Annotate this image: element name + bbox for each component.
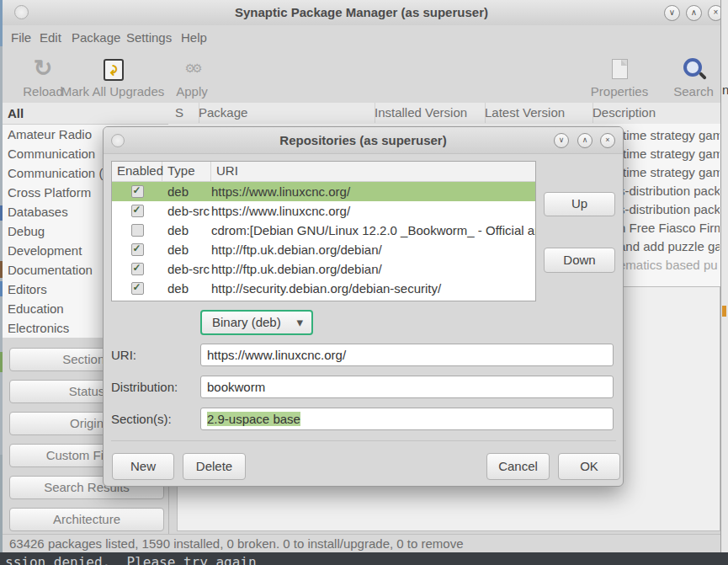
delete-button[interactable]: Delete <box>183 453 246 480</box>
chevron-down-icon: ▾ <box>296 312 303 333</box>
repo-uri: http://security.debian.org/debian-securi… <box>211 281 535 296</box>
down-button[interactable]: Down <box>544 248 615 273</box>
up-button[interactable]: Up <box>544 192 615 216</box>
table-row[interactable]: deb-src http://ftp.uk.debian.org/debian/ <box>112 259 535 279</box>
table-row[interactable]: deb http://ftp.uk.debian.org/debian/ <box>112 240 535 259</box>
status-text: 63426 packages listed, 1590 installed, 0… <box>9 536 464 551</box>
properties-label: Properties <box>586 84 653 99</box>
chevron-up-icon: ∧ <box>582 136 588 144</box>
repositories-dialog: Repositories (as superuser) ∨ ∧ × Enable… <box>103 126 624 487</box>
list-item[interactable]: ematics based pu <box>619 256 720 275</box>
menu-help[interactable]: Help <box>181 30 207 45</box>
table-row[interactable]: deb cdrom:[Debian GNU/Linux 12.2.0 _Book… <box>112 221 535 240</box>
column-header-uri[interactable]: URI <box>211 162 535 181</box>
enabled-checkbox[interactable] <box>131 205 144 217</box>
package-table-header: S Package Installed Version Latest Versi… <box>168 103 720 125</box>
window-maximize-button[interactable]: ∧ <box>686 5 702 21</box>
distribution-field[interactable]: bookworm <box>200 376 614 398</box>
properties-document-icon <box>612 59 628 79</box>
repo-type: deb <box>162 281 211 296</box>
repo-uri: cdrom:[Debian GNU/Linux 12.2.0 _Bookworm… <box>211 223 535 237</box>
menu-package[interactable]: Package <box>72 30 120 45</box>
section-item-all[interactable]: All <box>3 103 168 125</box>
dialog-titlebar[interactable]: Repositories (as superuser) ∨ ∧ × <box>104 127 623 154</box>
column-header-description[interactable]: Description <box>586 103 720 123</box>
column-header-latest-version[interactable]: Latest Version <box>478 103 593 123</box>
repo-type-select-value: Binary (deb) <box>202 315 281 329</box>
mark-all-upgrades-icon <box>104 59 124 81</box>
search-button[interactable]: Search <box>670 54 717 99</box>
menu-settings[interactable]: Settings <box>126 30 172 45</box>
dialog-minimize-button[interactable]: ∨ <box>554 133 569 148</box>
list-item[interactable]: -time strategy gam <box>619 163 720 182</box>
mark-all-upgrades-button[interactable]: Mark All Upgrades <box>58 54 167 99</box>
chevron-up-icon: ∧ <box>691 8 697 17</box>
dialog-title: Repositories (as superuser) <box>104 133 623 147</box>
terminal-text: ssion denied. Please try again <box>5 554 257 565</box>
table-row[interactable]: deb https://www.linuxcnc.org/ <box>112 182 535 201</box>
list-item[interactable]: -time strategy gam <box>619 145 720 163</box>
ok-button[interactable]: OK <box>558 453 620 480</box>
table-row[interactable]: deb-src https://www.linuxcnc.org/ <box>112 201 535 221</box>
properties-button[interactable]: Properties <box>586 54 653 99</box>
background-edge-text: n <box>722 83 728 97</box>
column-header-enabled[interactable]: Enabled <box>112 162 162 181</box>
sections-field[interactable]: 2.9-uspace base <box>200 408 614 430</box>
window-minimize-button[interactable]: ∨ <box>664 5 680 21</box>
repositories-table: Enabled Type URI deb https://www.linuxcn… <box>111 161 536 301</box>
toolbar: ↻ Reload Mark All Upgrades ⚙⚙ Apply Prop… <box>3 51 720 103</box>
list-item[interactable]: and add puzzle ga <box>619 237 720 256</box>
repo-type-select[interactable]: Binary (deb) ▾ <box>200 310 313 335</box>
close-icon: × <box>714 8 719 17</box>
repositories-table-header: Enabled Type URI <box>112 162 535 182</box>
menu-file[interactable]: File <box>11 30 31 45</box>
background-orange-mark <box>722 306 726 317</box>
enabled-checkbox[interactable] <box>131 185 144 198</box>
dialog-close-button[interactable]: × <box>600 133 615 148</box>
uri-field[interactable]: https://www.linuxcnc.org/ <box>200 344 614 366</box>
enabled-checkbox[interactable] <box>131 263 144 275</box>
repo-type: deb <box>162 184 211 199</box>
enabled-checkbox[interactable] <box>131 243 144 256</box>
architecture-filter-button[interactable]: Architecture <box>9 508 164 531</box>
repo-type: deb <box>162 223 211 237</box>
enabled-checkbox[interactable] <box>131 224 144 237</box>
cancel-button[interactable]: Cancel <box>486 453 550 480</box>
chevron-down-icon: ∨ <box>669 8 675 17</box>
dialog-separator <box>111 440 616 441</box>
sections-label: Section(s): <box>111 408 172 430</box>
repo-type: deb-src <box>162 204 211 218</box>
column-header-installed-version[interactable]: Installed Version <box>368 103 486 123</box>
search-label: Search <box>670 84 717 99</box>
statusbar: 63426 packages listed, 1590 installed, 0… <box>3 534 720 552</box>
repo-uri: https://www.linuxcnc.org/ <box>211 204 535 218</box>
mark-all-upgrades-label: Mark All Upgrades <box>58 84 167 99</box>
repo-uri: http://ftp.uk.debian.org/debian/ <box>211 262 535 276</box>
column-header-type[interactable]: Type <box>162 162 211 181</box>
new-button[interactable]: New <box>112 453 174 480</box>
repo-uri: http://ftp.uk.debian.org/debian/ <box>211 243 535 257</box>
enabled-checkbox[interactable] <box>131 282 144 295</box>
list-item[interactable]: n Free Fiasco Firmw <box>619 219 720 237</box>
window-close-button[interactable]: × <box>708 5 720 21</box>
list-item[interactable]: s-distribution pack <box>619 200 720 219</box>
package-list-visible-rows: -time strategy gam -time strategy gam -t… <box>619 126 720 275</box>
column-header-package[interactable]: Package <box>192 103 375 123</box>
screen: n Synaptic Package Manager (as superuser… <box>0 0 728 565</box>
titlebar[interactable]: Synaptic Package Manager (as superuser) … <box>3 0 720 26</box>
table-row[interactable]: deb http://security.debian.org/debian-se… <box>112 279 535 298</box>
repo-uri: https://www.linuxcnc.org/ <box>211 184 535 199</box>
chevron-down-icon: ∨ <box>559 136 565 144</box>
list-item[interactable]: s-distribution pack <box>619 182 720 200</box>
menu-edit[interactable]: Edit <box>40 30 61 45</box>
repo-type: deb-src <box>162 262 211 276</box>
repo-type: deb <box>162 243 211 257</box>
dialog-maximize-button[interactable]: ∧ <box>577 133 592 148</box>
background-window-right-sliver: n <box>720 0 728 565</box>
clipped-row <box>112 298 535 301</box>
list-item[interactable]: -time strategy gam <box>619 126 720 145</box>
window-title: Synaptic Package Manager (as superuser) <box>3 5 720 19</box>
distribution-value: bookworm <box>207 380 265 394</box>
uri-value: https://www.linuxcnc.org/ <box>207 348 346 362</box>
apply-button[interactable]: ⚙⚙ Apply <box>169 54 215 99</box>
